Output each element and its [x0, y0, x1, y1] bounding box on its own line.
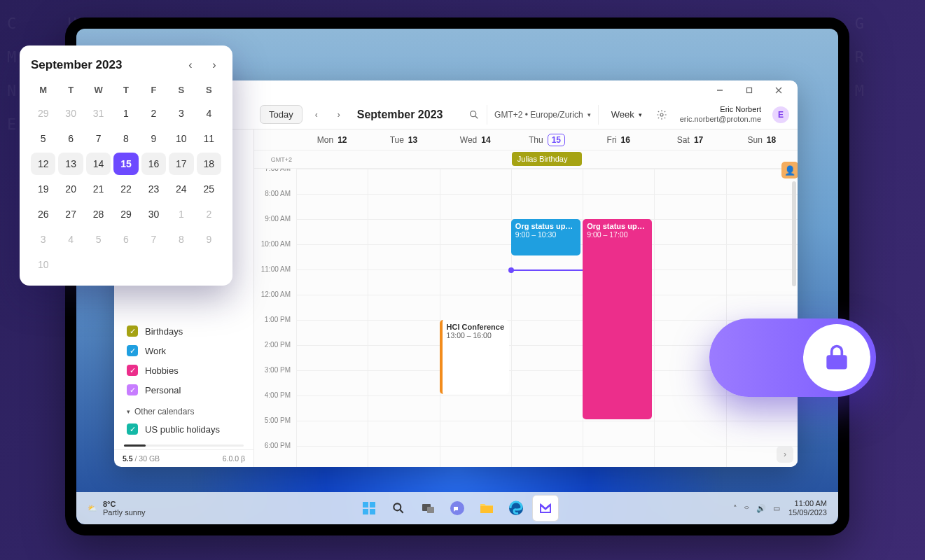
mini-cal-day[interactable]: 18: [197, 153, 221, 175]
prev-week-button[interactable]: ‹: [308, 106, 325, 123]
taskbar-task-view-icon[interactable]: [415, 496, 440, 521]
mini-cal-day[interactable]: 6: [113, 228, 138, 251]
mini-cal-day[interactable]: 10: [169, 127, 193, 150]
allday-cell[interactable]: [583, 150, 654, 168]
calendar-item[interactable]: ✓Birthdays: [127, 321, 244, 341]
mini-cal-day[interactable]: 7: [141, 228, 166, 251]
wifi-icon[interactable]: ⌔: [744, 504, 749, 513]
mini-cal-day[interactable]: 6: [58, 127, 83, 150]
taskbar-proton-mail-icon[interactable]: [533, 496, 558, 521]
mini-cal-day[interactable]: 5: [86, 228, 111, 251]
mini-cal-day[interactable]: 29: [31, 102, 55, 125]
minimize-button[interactable]: [707, 81, 733, 99]
allday-cell[interactable]: [368, 150, 439, 168]
mini-cal-day[interactable]: 9: [197, 228, 221, 251]
event-fri-block[interactable]: Org status upd…9:00 – 17:00: [583, 219, 652, 419]
mini-cal-day[interactable]: 15: [113, 153, 138, 175]
close-button[interactable]: [765, 81, 792, 99]
taskbar-search-icon[interactable]: [386, 496, 411, 521]
timezone-selector[interactable]: GMT+2 • Europe/Zurich ▾: [487, 105, 599, 125]
next-week-button[interactable]: ›: [331, 106, 347, 123]
day-header[interactable]: Thu15: [511, 130, 583, 150]
calendar-checkbox[interactable]: ✓: [127, 365, 138, 376]
avatar[interactable]: E: [772, 106, 789, 123]
mini-cal-day[interactable]: 20: [58, 178, 83, 200]
mini-cal-prev-button[interactable]: ‹: [183, 58, 197, 72]
calendar-checkbox[interactable]: ✓: [127, 424, 138, 435]
chevron-up-icon[interactable]: ˄: [733, 504, 737, 513]
taskbar-files-icon[interactable]: [474, 496, 499, 521]
user-info[interactable]: Eric Norbert eric.norbert@proton.me: [680, 105, 761, 125]
mini-cal-day[interactable]: 29: [113, 203, 138, 225]
mini-cal-day[interactable]: 3: [169, 102, 193, 125]
mini-cal-day[interactable]: 28: [86, 203, 111, 225]
calendar-item[interactable]: ✓Personal: [127, 380, 244, 400]
mini-cal-day[interactable]: 21: [86, 178, 111, 200]
calendar-item[interactable]: ✓Work: [127, 341, 244, 360]
gear-icon[interactable]: [655, 108, 669, 122]
mini-cal-day[interactable]: 9: [141, 127, 166, 150]
event-thu-meeting[interactable]: Org status upd…9:00 – 10:30: [511, 219, 580, 255]
allday-cell[interactable]: [654, 150, 725, 168]
privacy-lock-toggle[interactable]: [709, 318, 876, 397]
mini-cal-day[interactable]: 11: [197, 127, 221, 150]
mini-cal-day[interactable]: 10: [31, 253, 55, 276]
mini-cal-day[interactable]: 4: [58, 228, 83, 251]
battery-icon[interactable]: ▭: [773, 504, 780, 513]
allday-cell[interactable]: [440, 150, 511, 168]
event-wed-conf[interactable]: HCI Conference13:00 – 16:00: [440, 320, 509, 394]
taskbar-clock[interactable]: 11:00 AM 15/09/2023: [788, 499, 827, 517]
mini-cal-day[interactable]: 19: [31, 178, 55, 200]
mini-cal-day[interactable]: 2: [197, 203, 221, 225]
allday-event[interactable]: Julias Birthday: [512, 152, 582, 166]
taskbar-edge-icon[interactable]: [503, 496, 529, 521]
taskbar-weather[interactable]: ⛅ 8°C Partly sunny: [88, 500, 146, 517]
day-header[interactable]: Sun18: [726, 130, 798, 150]
day-header[interactable]: Fri16: [583, 130, 654, 150]
mini-cal-day[interactable]: 7: [86, 127, 111, 150]
mini-cal-day[interactable]: 5: [31, 127, 55, 150]
day-header[interactable]: Mon12: [296, 130, 368, 150]
taskbar-chat-icon[interactable]: [445, 496, 470, 521]
mini-cal-day[interactable]: 16: [141, 153, 166, 175]
day-header[interactable]: Wed14: [440, 130, 511, 150]
calendar-grid[interactable]: Org status upd…9:00 – 10:30Org status up…: [296, 169, 798, 467]
day-header[interactable]: Tue13: [368, 130, 439, 150]
mini-cal-day[interactable]: 13: [58, 153, 83, 175]
calendar-item[interactable]: ✓US public holidays: [127, 419, 244, 439]
calendar-item[interactable]: ✓Hobbies: [127, 360, 244, 380]
mini-cal-day[interactable]: 22: [113, 178, 138, 200]
allday-cell[interactable]: Julias Birthday: [511, 150, 583, 168]
mini-cal-day[interactable]: 8: [169, 228, 193, 251]
mini-cal-day[interactable]: 1: [113, 102, 138, 125]
mini-cal-day[interactable]: 8: [113, 127, 138, 150]
mini-cal-day[interactable]: 31: [86, 102, 111, 125]
mini-cal-day[interactable]: 3: [31, 228, 55, 251]
mini-cal-day[interactable]: 12: [31, 153, 55, 175]
mini-cal-day[interactable]: 23: [141, 178, 166, 200]
mini-cal-day[interactable]: 17: [169, 153, 193, 175]
mini-cal-day[interactable]: 25: [197, 178, 221, 200]
mini-cal-day[interactable]: 27: [58, 203, 83, 225]
mini-cal-day[interactable]: 1: [169, 203, 193, 225]
mini-cal-day[interactable]: 14: [86, 153, 111, 175]
mini-cal-day[interactable]: 2: [141, 102, 166, 125]
mini-cal-day[interactable]: 30: [141, 203, 166, 225]
mini-cal-day[interactable]: 26: [31, 203, 55, 225]
taskbar-start-icon[interactable]: [356, 496, 382, 521]
calendar-checkbox[interactable]: ✓: [127, 345, 138, 356]
view-selector[interactable]: Week ▾: [604, 109, 649, 120]
search-icon[interactable]: [467, 108, 481, 122]
today-button[interactable]: Today: [260, 105, 302, 124]
mini-cal-next-button[interactable]: ›: [207, 58, 221, 72]
day-header[interactable]: Sat17: [654, 130, 725, 150]
other-calendars-header[interactable]: ▾ Other calendars: [127, 400, 244, 419]
expand-sidepanel-button[interactable]: ›: [777, 446, 793, 463]
allday-cell[interactable]: [296, 150, 368, 168]
calendar-checkbox[interactable]: ✓: [127, 384, 138, 396]
system-tray[interactable]: ˄ ⌔ 🔊 ▭: [733, 504, 780, 513]
mini-cal-day[interactable]: 24: [169, 178, 193, 200]
mini-cal-day[interactable]: 4: [197, 102, 221, 125]
calendar-checkbox[interactable]: ✓: [127, 326, 138, 337]
scrollbar[interactable]: [792, 174, 796, 443]
